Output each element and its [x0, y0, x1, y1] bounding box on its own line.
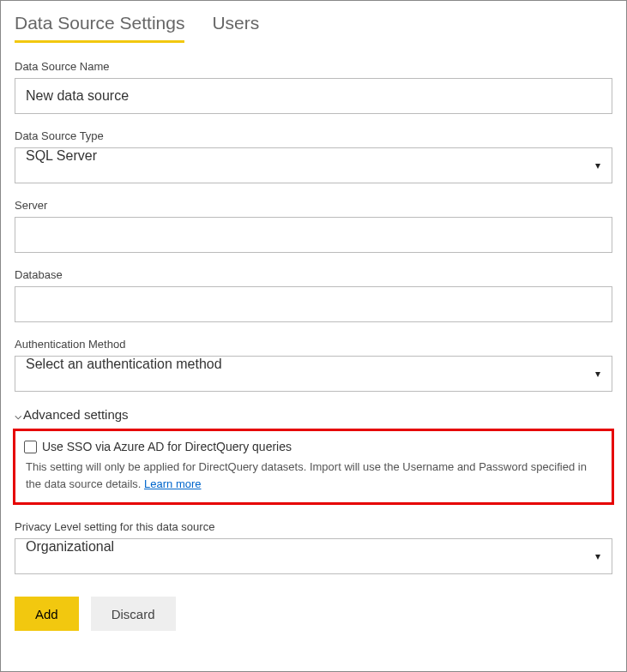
server-input[interactable] — [15, 217, 612, 253]
discard-button[interactable]: Discard — [91, 597, 176, 631]
advanced-settings-label: Advanced settings — [23, 407, 129, 422]
data-source-type-label: Data Source Type — [15, 129, 612, 142]
auth-method-label: Authentication Method — [15, 338, 612, 351]
data-source-name-input[interactable] — [15, 78, 612, 114]
privacy-level-label: Privacy Level setting for this data sour… — [15, 520, 612, 533]
add-button[interactable]: Add — [15, 597, 79, 631]
button-row: Add Discard — [15, 597, 612, 631]
database-input[interactable] — [15, 286, 612, 322]
server-label: Server — [15, 199, 612, 212]
database-label: Database — [15, 268, 612, 281]
sso-checkbox-label: Use SSO via Azure AD for DirectQuery que… — [42, 440, 292, 453]
auth-method-select[interactable]: Select an authentication method — [15, 356, 612, 392]
chevron-down-icon: ⌵ — [15, 408, 21, 422]
tabs: Data Source Settings Users — [15, 13, 612, 43]
tab-data-source-settings[interactable]: Data Source Settings — [15, 13, 184, 43]
data-source-type-select[interactable]: SQL Server — [15, 147, 612, 183]
learn-more-link[interactable]: Learn more — [144, 477, 201, 490]
sso-checkbox[interactable] — [24, 441, 37, 453]
sso-highlighted-section: Use SSO via Azure AD for DirectQuery que… — [13, 429, 614, 505]
privacy-level-select[interactable]: Organizational — [15, 538, 612, 574]
data-source-name-label: Data Source Name — [15, 60, 612, 73]
tab-users[interactable]: Users — [212, 13, 259, 43]
sso-description: This setting will only be applied for Di… — [24, 459, 603, 492]
advanced-settings-toggle[interactable]: ⌵ Advanced settings — [15, 407, 612, 422]
